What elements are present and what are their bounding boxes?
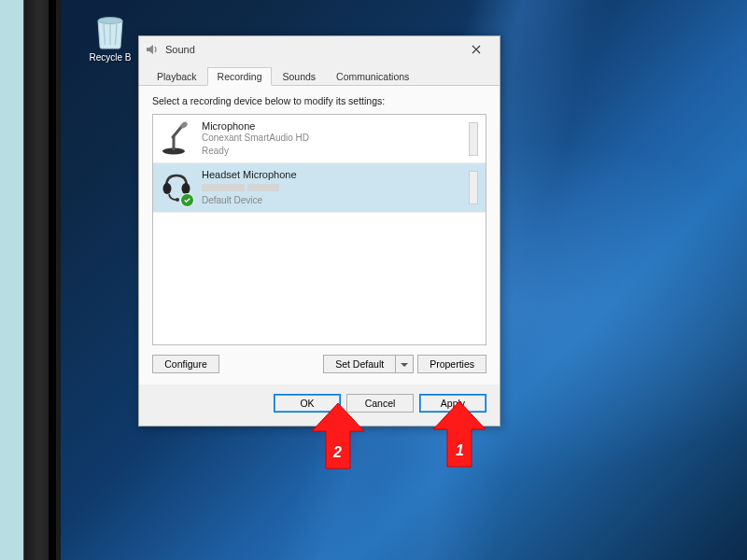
panel-heading: Select a recording device below to modif… [152, 95, 486, 106]
configure-button[interactable]: Configure [152, 355, 219, 373]
device-info: Headset Microphone Default Device [202, 169, 459, 206]
monitor-bezel-inner [49, 0, 56, 560]
headset-icon [161, 170, 192, 205]
set-default-dropdown[interactable] [395, 355, 414, 373]
desktop-icon-label: Recycle B [82, 52, 138, 63]
mic-stand-icon [161, 121, 192, 157]
panel-button-row: Configure Set Default Properties [152, 355, 486, 373]
level-meter [469, 171, 478, 204]
svg-point-9 [176, 198, 179, 202]
tab-strip: Playback Recording Sounds Communications [139, 63, 500, 86]
ok-button[interactable]: OK [274, 394, 341, 413]
level-meter [469, 122, 478, 156]
recycle-bin-icon [92, 11, 128, 50]
recording-panel: Select a recording device below to modif… [139, 86, 500, 385]
default-check-icon [180, 193, 194, 207]
apply-button[interactable]: Apply [419, 394, 486, 413]
desktop-icon-recycle-bin[interactable]: Recycle B [82, 11, 138, 63]
cancel-button[interactable]: Cancel [346, 394, 414, 413]
device-name: Headset Microphone [202, 169, 459, 180]
device-list[interactable]: Microphone Conexant SmartAudio HD Ready [152, 114, 486, 345]
page-margin [0, 0, 23, 560]
device-status: Ready [202, 145, 459, 158]
titlebar[interactable]: Sound [139, 36, 500, 63]
device-status: Default Device [202, 194, 459, 207]
tab-communications[interactable]: Communications [326, 67, 419, 86]
dialog-button-row: OK Cancel Apply [139, 385, 500, 426]
tab-playback[interactable]: Playback [147, 67, 207, 86]
dialog-title: Sound [165, 44, 458, 55]
device-item-microphone[interactable]: Microphone Conexant SmartAudio HD Ready [153, 115, 486, 163]
tab-sounds[interactable]: Sounds [272, 67, 326, 86]
speaker-icon [145, 42, 160, 57]
device-driver: Conexant SmartAudio HD [202, 132, 459, 145]
svg-point-0 [98, 18, 122, 24]
set-default-button[interactable]: Set Default [323, 355, 395, 373]
close-icon [472, 45, 481, 54]
device-name: Microphone [202, 120, 459, 132]
device-item-headset-mic[interactable]: Headset Microphone Default Device [153, 163, 486, 213]
sound-dialog: Sound Playback Recording Sounds Communic… [138, 35, 500, 427]
device-driver-redacted [202, 181, 459, 194]
properties-button[interactable]: Properties [417, 355, 486, 373]
chevron-down-icon [401, 363, 408, 368]
set-default-split-button: Set Default [323, 355, 414, 373]
device-info: Microphone Conexant SmartAudio HD Ready [202, 120, 459, 157]
close-button[interactable] [458, 39, 494, 60]
svg-point-7 [163, 183, 172, 194]
tab-recording[interactable]: Recording [207, 67, 273, 86]
